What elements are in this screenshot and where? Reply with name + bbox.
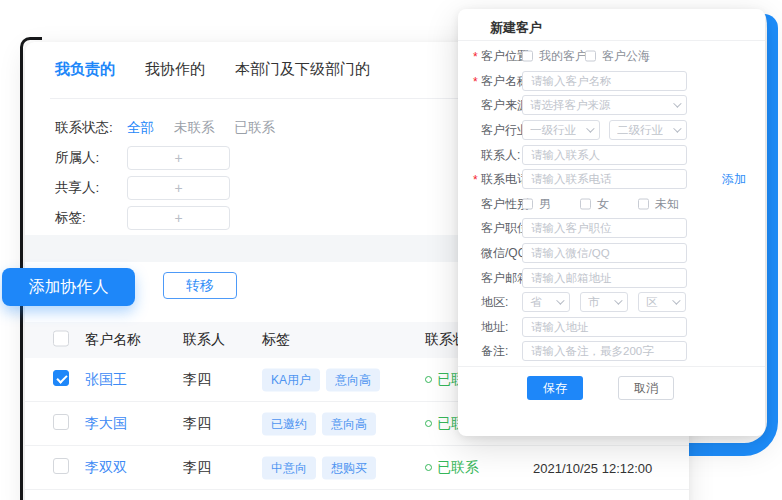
- filter-status-label: 联系状态:: [55, 119, 127, 137]
- owner-add-selector[interactable]: +: [127, 146, 230, 170]
- customer-name-input[interactable]: [522, 71, 687, 91]
- status-option-all[interactable]: 全部: [127, 119, 154, 137]
- field-wechat-qq: 微信/QQ:: [458, 241, 765, 266]
- checkbox-icon: [580, 198, 591, 209]
- status-option-contacted[interactable]: 已联系: [235, 119, 276, 137]
- status-cell: 已联系: [425, 459, 479, 477]
- tab-department[interactable]: 本部门及下级部门的: [235, 60, 370, 79]
- new-customer-modal: 新建客户 * 客户位置: 我的客户 客户公海 * 客户名称: 客户来源:: [458, 9, 765, 436]
- industry-level2-select[interactable]: 二级行业: [609, 120, 687, 140]
- select-placeholder: 区: [646, 295, 658, 310]
- header-tags: 标签: [262, 331, 290, 349]
- checkbox-unknown[interactable]: 未知: [638, 195, 696, 212]
- tab-my-collaboration[interactable]: 我协作的: [145, 60, 205, 79]
- field-customer-gender: 客户性别: 男 女 未知: [458, 192, 765, 217]
- table-row[interactable]: 李双双 李四 中意向 想购买 已联系 2021/10/25 12:12:00: [25, 446, 689, 490]
- checkbox-label: 未知: [655, 195, 679, 212]
- city-select[interactable]: 市: [580, 292, 628, 312]
- filter-owner: 所属人: +: [55, 146, 230, 170]
- field-customer-industry: 客户行业: 一级行业 二级行业: [458, 118, 765, 143]
- checkbox-public-pool[interactable]: 客户公海: [585, 48, 648, 65]
- chevron-down-icon: [672, 297, 680, 305]
- transfer-button[interactable]: 转移: [163, 272, 237, 299]
- checkbox-my-customer[interactable]: 我的客户: [522, 48, 585, 65]
- status-dot-icon: [425, 376, 432, 383]
- select-placeholder: 市: [588, 295, 600, 310]
- customer-title-input[interactable]: [522, 218, 687, 238]
- contact-phone-input[interactable]: [522, 169, 687, 189]
- field-customer-location: * 客户位置: 我的客户 客户公海: [458, 44, 765, 69]
- field-address: 地址:: [458, 315, 765, 340]
- customer-name-link[interactable]: 李双双: [85, 459, 127, 477]
- modal-title: 新建客户: [490, 19, 542, 37]
- field-label: 备注:: [481, 343, 508, 360]
- header-contact: 联系人: [183, 331, 225, 349]
- checkbox-icon: [522, 198, 533, 209]
- tag-pill: 想购买: [322, 456, 376, 479]
- status-options: 全部 未联系 已联系: [127, 119, 275, 137]
- filter-contact-status: 联系状态: 全部 未联系 已联系: [55, 118, 275, 138]
- customer-email-input[interactable]: [522, 268, 687, 288]
- contact-name: 李四: [183, 415, 211, 433]
- tab-my-responsible[interactable]: 我负责的: [55, 60, 115, 79]
- row-checkbox[interactable]: [53, 458, 69, 474]
- field-customer-title: 客户职位:: [458, 216, 765, 241]
- chevron-down-icon: [673, 100, 681, 108]
- tag-list: 中意向 想购买: [262, 456, 376, 479]
- tag-add-selector[interactable]: +: [127, 206, 230, 230]
- field-contact-person: 联系人:: [458, 142, 765, 167]
- remark-input[interactable]: [522, 341, 687, 361]
- select-placeholder: 请选择客户来源: [530, 98, 611, 113]
- status-dot-icon: [425, 420, 432, 427]
- chevron-down-icon: [586, 124, 594, 132]
- select-all-checkbox[interactable]: [53, 331, 69, 347]
- province-select[interactable]: 省: [522, 292, 570, 312]
- filter-tag-label: 标签:: [55, 209, 127, 227]
- industry-level1-select[interactable]: 一级行业: [522, 120, 600, 140]
- gender-options: 男 女 未知: [522, 195, 696, 212]
- customer-name-link[interactable]: 李大国: [85, 415, 127, 433]
- filter-share: 共享人: +: [55, 176, 230, 200]
- tag-list: 已邀约 意向高: [262, 412, 376, 435]
- modal-footer-divider: [458, 366, 765, 367]
- tag-pill: 意向高: [322, 412, 376, 435]
- row-checkbox[interactable]: [53, 370, 69, 386]
- checkbox-icon: [638, 198, 649, 209]
- field-customer-source: 客户来源: 请选择客户来源: [458, 93, 765, 118]
- tag-pill: 已邀约: [262, 412, 316, 435]
- share-add-selector[interactable]: +: [127, 176, 230, 200]
- checkbox-icon: [522, 51, 533, 62]
- checkbox-male[interactable]: 男: [522, 195, 580, 212]
- wechat-qq-input[interactable]: [522, 243, 687, 263]
- row-checkbox[interactable]: [53, 414, 69, 430]
- field-customer-name: * 客户名称:: [458, 69, 765, 94]
- modal-form: * 客户位置: 我的客户 客户公海 * 客户名称: 客户来源:: [458, 44, 765, 364]
- contact-name: 李四: [183, 371, 211, 389]
- checkbox-label: 客户公海: [602, 48, 650, 65]
- chevron-down-icon: [673, 124, 681, 132]
- customer-source-select[interactable]: 请选择客户来源: [522, 95, 687, 115]
- location-options: 我的客户 客户公海: [522, 48, 648, 65]
- cancel-button[interactable]: 取消: [618, 376, 674, 400]
- save-button[interactable]: 保存: [527, 376, 583, 400]
- field-label: 地址:: [481, 318, 508, 335]
- filter-share-label: 共享人:: [55, 179, 127, 197]
- district-select[interactable]: 区: [638, 292, 686, 312]
- header-customer-name: 客户名称: [85, 331, 141, 349]
- contact-person-input[interactable]: [522, 145, 687, 165]
- filter-tag: 标签: +: [55, 206, 230, 230]
- add-phone-link[interactable]: 添加: [722, 171, 746, 188]
- field-region: 地区: 省 市 区: [458, 290, 765, 315]
- status-option-uncontacted[interactable]: 未联系: [174, 119, 215, 137]
- field-label: 地区:: [481, 294, 508, 311]
- customer-name-link[interactable]: 张国王: [85, 371, 127, 389]
- contact-time: 2021/10/25 12:12:00: [533, 460, 652, 475]
- checkbox-label: 男: [539, 195, 551, 212]
- add-collaborator-button[interactable]: 添加协作人: [2, 268, 135, 306]
- contact-name: 李四: [183, 459, 211, 477]
- checkbox-label: 女: [597, 195, 609, 212]
- checkbox-female[interactable]: 女: [580, 195, 638, 212]
- chevron-down-icon: [556, 297, 564, 305]
- modal-title-divider: [458, 40, 765, 41]
- address-input[interactable]: [522, 317, 687, 337]
